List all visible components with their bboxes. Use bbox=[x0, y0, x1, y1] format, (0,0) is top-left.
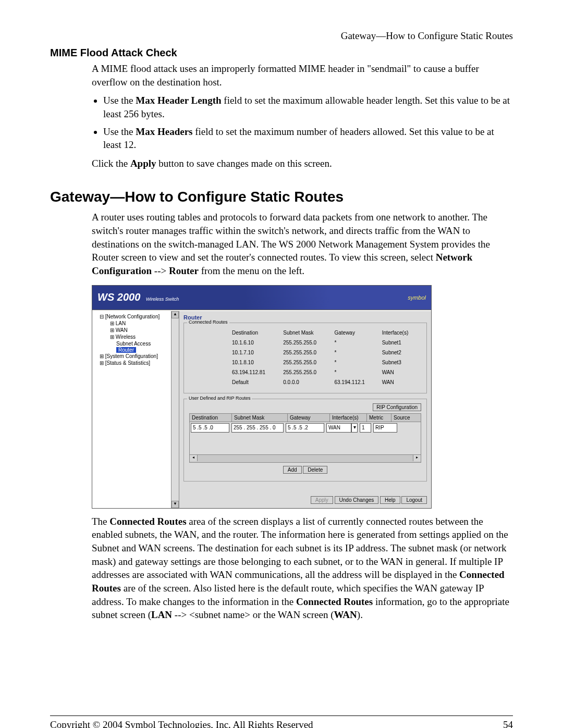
interface-select[interactable] bbox=[326, 423, 351, 433]
header-breadcrumb: Gateway—How to Configure Static Routes bbox=[50, 30, 513, 42]
connected-routes-table: Destination Subnet Mask Gateway Interfac… bbox=[189, 327, 421, 388]
mime-apply-line: Click the Apply button to save changes m… bbox=[92, 157, 513, 170]
nav-tree[interactable]: ⊟ [Network Configuration] ⊞ LAN ⊞ WAN ⊞ … bbox=[92, 311, 179, 508]
nav-system-configuration[interactable]: ⊞ [System Configuration] bbox=[92, 353, 179, 360]
help-button[interactable]: Help bbox=[380, 496, 400, 504]
nav-wan[interactable]: ⊞ WAN bbox=[92, 327, 179, 334]
gateway-intro: A router uses routing tables and protoco… bbox=[92, 211, 513, 277]
gateway-input[interactable] bbox=[286, 423, 324, 433]
user-routes-row: ▾ bbox=[189, 422, 421, 455]
horizontal-scrollbar[interactable]: ◂ ▸ bbox=[189, 455, 421, 463]
nav-lan[interactable]: ⊞ LAN bbox=[92, 320, 179, 327]
delete-button[interactable]: Delete bbox=[303, 466, 327, 474]
chevron-down-icon[interactable]: ▾ bbox=[351, 423, 358, 433]
nav-network-configuration[interactable]: ⊟ [Network Configuration] bbox=[92, 313, 179, 320]
user-routes-fieldset: User Defined and RIP Routes RIP Configur… bbox=[183, 399, 427, 482]
table-row: 63.194.112.81255.255.255.0*WAN bbox=[190, 368, 420, 377]
connected-routes-paragraph: The Connected Routes area of the screen … bbox=[92, 515, 513, 622]
nav-wireless[interactable]: ⊞ Wireless bbox=[92, 334, 179, 340]
undo-changes-button[interactable]: Undo Changes bbox=[335, 496, 379, 504]
mime-section-title: MIME Flood Attack Check bbox=[50, 47, 513, 59]
gateway-heading: Gateway—How to Configure Static Routes bbox=[50, 189, 513, 205]
apply-button[interactable]: Apply bbox=[311, 496, 333, 504]
th-interfaces: Interface(s) bbox=[379, 328, 420, 337]
nav-subnet-access[interactable]: Subnet Access bbox=[92, 340, 179, 347]
mime-intro: A MIME flood attack uses an improperly f… bbox=[92, 62, 513, 89]
destination-input[interactable] bbox=[191, 423, 229, 433]
scroll-up-icon[interactable]: ▲ bbox=[172, 311, 179, 318]
router-screenshot: WS 2000 Wireless Switch symbol ⊟ [Networ… bbox=[92, 285, 432, 509]
mime-bullet-1: Use the Max Header Length field to set t… bbox=[103, 94, 513, 120]
user-routes-legend: User Defined and RIP Routes bbox=[187, 396, 252, 401]
user-routes-header: Destination Subnet Mask Gateway Interfac… bbox=[189, 413, 421, 422]
nav-status-statistics[interactable]: ⊞ [Status & Statistics] bbox=[92, 360, 179, 366]
table-row: Default0.0.0.063.194.112.1WAN bbox=[190, 378, 420, 387]
nav-scrollbar[interactable]: ▲ ▼ bbox=[171, 311, 179, 508]
main-panel: Router Connected Routes Destination Subn… bbox=[179, 311, 431, 508]
table-row: 10.1.7.10255.255.255.0*Subnet2 bbox=[190, 348, 420, 357]
connected-routes-fieldset: Connected Routes Destination Subnet Mask… bbox=[183, 323, 427, 393]
banner-title: WS 2000 bbox=[97, 291, 140, 303]
scroll-left-icon[interactable]: ◂ bbox=[190, 455, 198, 461]
source-input[interactable] bbox=[373, 423, 397, 433]
banner-subtitle: Wireless Switch bbox=[146, 297, 179, 302]
app-banner: WS 2000 Wireless Switch symbol bbox=[92, 286, 431, 310]
rip-configuration-button[interactable]: RIP Configuration bbox=[373, 403, 421, 411]
connected-routes-legend: Connected Routes bbox=[187, 319, 229, 325]
footer-rule bbox=[50, 715, 513, 716]
nav-router-selected[interactable]: Router bbox=[116, 347, 136, 353]
th-gateway: Gateway bbox=[331, 328, 377, 337]
banner-brand: symbol bbox=[408, 294, 426, 301]
table-row: 10.1.8.10255.255.255.0*Subnet3 bbox=[190, 358, 420, 367]
subnet-mask-input[interactable] bbox=[231, 423, 284, 433]
logout-button[interactable]: Logout bbox=[401, 496, 427, 504]
add-button[interactable]: Add bbox=[283, 466, 302, 474]
scroll-down-icon[interactable]: ▼ bbox=[172, 501, 179, 508]
scroll-right-icon[interactable]: ▸ bbox=[413, 455, 421, 461]
footer-copyright: Copyright © 2004 Symbol Technologies, In… bbox=[50, 719, 313, 728]
footer-page-number: 54 bbox=[503, 719, 513, 728]
table-row: 10.1.6.10255.255.255.0*Subnet1 bbox=[190, 338, 420, 347]
mime-bullet-2: Use the Max Headers field to set the max… bbox=[103, 125, 513, 152]
th-destination: Destination bbox=[229, 328, 279, 337]
th-subnet-mask: Subnet Mask bbox=[280, 328, 330, 337]
metric-input[interactable] bbox=[360, 423, 371, 433]
